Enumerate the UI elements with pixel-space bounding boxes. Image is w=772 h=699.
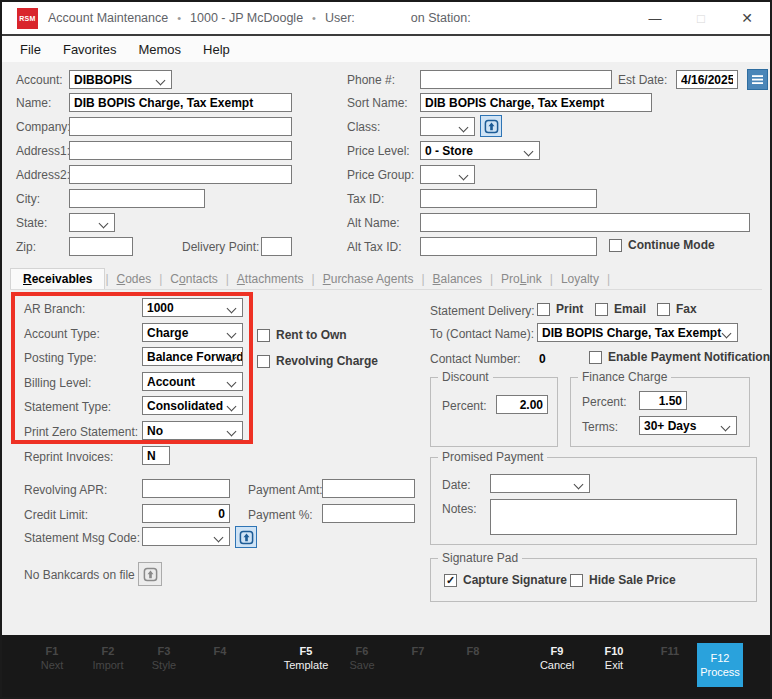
address1-field[interactable]: [69, 141, 292, 160]
promised-date-combo[interactable]: [490, 474, 590, 493]
title-separator-dot: •: [177, 12, 181, 24]
continue-mode-checkbox[interactable]: [609, 239, 622, 252]
fkey-f9-cancel[interactable]: F9Cancel: [528, 644, 586, 672]
maximize-button[interactable]: □: [684, 2, 718, 34]
fkey-f6-save[interactable]: F6Save: [333, 644, 391, 672]
fkey-f4[interactable]: F4: [191, 644, 249, 658]
tab-balances[interactable]: Balances: [425, 269, 490, 289]
enable-payment-notification-checkbox-row: Enable Payment Notification: [589, 350, 770, 364]
capture-signature-checkbox[interactable]: ✓: [444, 574, 457, 587]
tax-id-field[interactable]: [420, 189, 597, 208]
revolving-charge-checkbox-row: Revolving Charge: [257, 354, 378, 368]
fkey-f12-process-button[interactable]: F12Process: [697, 643, 743, 687]
email-checkbox[interactable]: [595, 303, 608, 316]
tab-strip: Receivables | Codes | Contacts | Attachm…: [10, 268, 762, 290]
menu-favorites[interactable]: Favorites: [52, 36, 127, 62]
bankcards-button[interactable]: [138, 562, 162, 586]
fax-checkbox[interactable]: [657, 303, 670, 316]
discount-group-title: Discount: [438, 370, 493, 384]
tab-receivables[interactable]: Receivables: [10, 268, 105, 289]
est-date-field[interactable]: [676, 70, 738, 89]
print-checkbox[interactable]: [537, 303, 550, 316]
name-field[interactable]: [69, 93, 292, 112]
zip-label: Zip:: [16, 240, 36, 254]
billing-level-value: Account: [147, 375, 195, 389]
minimize-button[interactable]: —: [638, 2, 672, 34]
alt-tax-id-field[interactable]: [420, 237, 597, 256]
statement-type-combo[interactable]: Consolidated: [142, 396, 243, 415]
address2-field[interactable]: [69, 165, 292, 184]
tab-purchase-agents[interactable]: Purchase Agents: [315, 269, 422, 289]
rent-to-own-checkbox[interactable]: [257, 329, 270, 342]
city-label: City:: [16, 192, 40, 206]
to-contact-name-combo[interactable]: DIB BOPIS Charge, Tax Exempt: [537, 323, 738, 342]
fkey-f3[interactable]: F3Style: [135, 644, 193, 672]
discount-percent-field[interactable]: [496, 395, 548, 414]
delivery-point-field[interactable]: [261, 237, 292, 256]
company-label: Company:: [16, 120, 71, 134]
menu-memos[interactable]: Memos: [127, 36, 192, 62]
function-key-bar: F1Next F2Import F3Style F4 F5Template F6…: [2, 635, 770, 697]
promised-payment-group-title: Promised Payment: [438, 450, 547, 464]
print-zero-statement-combo[interactable]: No: [142, 421, 243, 440]
promised-notes-field[interactable]: [490, 499, 737, 535]
menu-file[interactable]: File: [2, 36, 52, 62]
alt-name-field[interactable]: [420, 213, 750, 232]
tab-attachments[interactable]: Attachments: [229, 269, 312, 289]
tax-id-label: Tax ID:: [347, 192, 384, 206]
company-field[interactable]: [69, 117, 292, 136]
account-combo[interactable]: DIBBOPIS: [69, 70, 172, 89]
phone-field[interactable]: [420, 70, 612, 89]
est-date-menu-button[interactable]: [747, 69, 768, 90]
tab-contacts[interactable]: Contacts: [162, 269, 225, 289]
contact-number-label: Contact Number:: [430, 352, 521, 366]
payment-pct-field[interactable]: [322, 504, 415, 523]
account-label: Account:: [16, 73, 63, 87]
statement-msg-code-lookup-button[interactable]: [235, 526, 257, 548]
fkey-f5-template[interactable]: F5Template: [277, 644, 335, 672]
tab-codes[interactable]: Codes: [109, 269, 160, 289]
menu-help[interactable]: Help: [192, 36, 241, 62]
enable-payment-notification-checkbox[interactable]: [589, 351, 602, 364]
name-label: Name:: [16, 96, 51, 110]
revolving-apr-field[interactable]: [142, 479, 230, 498]
fkey-f8[interactable]: F8: [444, 644, 502, 658]
finance-percent-field[interactable]: [639, 391, 687, 410]
billing-level-combo[interactable]: Account: [142, 372, 243, 391]
hamburger-menu-icon: [751, 73, 764, 86]
to-contact-name-label: To (Contact Name):: [430, 327, 534, 341]
reprint-invoices-field[interactable]: [142, 446, 170, 465]
statement-msg-code-combo[interactable]: [142, 527, 230, 546]
box-arrow-up-icon: [239, 530, 254, 545]
price-level-combo[interactable]: 0 - Store: [420, 141, 540, 160]
fkey-f7[interactable]: F7: [389, 644, 447, 658]
fkey-f2[interactable]: F2Import: [79, 644, 137, 672]
fkey-f1[interactable]: F1Next: [23, 644, 81, 672]
city-field[interactable]: [69, 189, 205, 208]
close-button[interactable]: ✕: [730, 2, 764, 34]
statement-type-value: Consolidated: [147, 399, 223, 413]
rsm-logo-icon: RSM: [17, 8, 38, 29]
tab-prolink[interactable]: ProLink: [493, 269, 550, 289]
store-title: 1000 - JP McDoogle: [190, 11, 303, 25]
zip-field[interactable]: [69, 237, 133, 256]
sort-name-field[interactable]: [420, 93, 652, 112]
account-type-combo[interactable]: Charge: [142, 323, 243, 342]
fkey-f10-exit[interactable]: F10Exit: [585, 644, 643, 672]
class-combo[interactable]: [420, 117, 475, 136]
revolving-charge-checkbox[interactable]: [257, 355, 270, 368]
posting-type-combo[interactable]: Balance Forward: [142, 347, 243, 366]
price-group-combo[interactable]: [420, 165, 475, 184]
alt-tax-id-label: Alt Tax ID:: [347, 240, 401, 254]
credit-limit-field[interactable]: [142, 504, 230, 523]
ar-branch-combo[interactable]: 1000: [142, 298, 243, 317]
box-arrow-up-icon: [143, 567, 158, 582]
fkey-f11[interactable]: F11: [641, 644, 699, 658]
state-combo[interactable]: [69, 213, 115, 232]
finance-terms-combo[interactable]: 30+ Days: [639, 416, 737, 435]
class-lookup-button[interactable]: [480, 115, 502, 137]
hide-sale-price-checkbox[interactable]: [570, 574, 583, 587]
box-arrow-up-icon: [484, 119, 499, 134]
tab-loyalty[interactable]: Loyalty: [553, 269, 607, 289]
payment-amt-field[interactable]: [322, 479, 415, 498]
